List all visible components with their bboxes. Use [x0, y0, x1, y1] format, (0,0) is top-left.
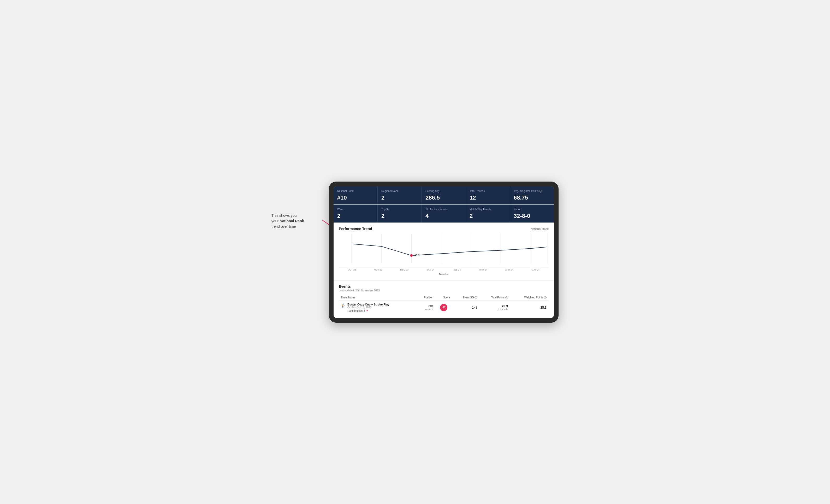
- x-label-mar24: MAR 24: [470, 268, 497, 271]
- tablet-frame: National Rank #10 Regional Rank 2 Scorin…: [329, 181, 558, 323]
- x-label-feb24: FEB 24: [444, 268, 470, 271]
- stat-total-rounds: Total Rounds 12: [466, 186, 510, 204]
- perf-axis-label: National Rank: [531, 227, 549, 230]
- chart-svg: #10: [339, 233, 549, 267]
- stat-national-rank: National Rank #10: [333, 186, 377, 204]
- event-position-cell: 6th out of 7: [416, 301, 435, 314]
- events-last-updated: Last updated: 24th November 2023: [339, 289, 549, 292]
- stat-stroke-play-events: Stroke Play Events 4: [422, 204, 466, 223]
- x-axis-title: Months: [339, 272, 549, 278]
- col-event-sg: Event SG i: [452, 295, 479, 301]
- avg-weighted-info-icon[interactable]: i: [539, 190, 542, 193]
- svg-point-10: [410, 254, 413, 257]
- table-row: 🏌 Buster Cozy Cup – Stroke Play Oct 9 – …: [339, 301, 549, 314]
- chart-x-labels: OCT 23 NOV 23 DEC 23 JAN 24 FEB 24 MAR 2…: [339, 267, 549, 272]
- stat-match-play-events: Match Play Events 2: [466, 204, 510, 223]
- stat-regional-rank: Regional Rank 2: [378, 186, 421, 204]
- event-weighted-points-cell: 28.3: [510, 301, 549, 314]
- events-title: Events: [339, 284, 549, 289]
- page-wrapper: This shows you your National Rank trend …: [272, 181, 558, 323]
- x-label-nov23: NOV 23: [365, 268, 391, 271]
- event-score-badge: -22: [440, 304, 447, 311]
- event-score-cell: -22: [435, 301, 452, 314]
- performance-trend-section: Performance Trend National Rank: [333, 223, 554, 280]
- stat-wins: Wins 2: [333, 204, 377, 223]
- svg-text:#10: #10: [414, 254, 419, 257]
- stat-top3s: Top 3s 2: [378, 204, 421, 223]
- rank-impact-arrow-icon: ▼: [366, 309, 368, 312]
- x-label-dec23: DEC 23: [391, 268, 418, 271]
- event-total-points-cell: 28.3 3 Rounds: [479, 301, 510, 314]
- event-name-cell: 🏌 Buster Cozy Cup – Stroke Play Oct 9 – …: [339, 301, 416, 314]
- stat-scoring-avg: Scoring Avg. 286.5: [422, 186, 466, 204]
- total-rounds: 3 Rounds: [481, 308, 508, 311]
- event-type-icon: 🏌: [341, 303, 345, 308]
- col-score: Score: [435, 295, 452, 301]
- perf-header: Performance Trend National Rank: [339, 227, 549, 231]
- rank-impact: Rank Impact: 3 ▼: [347, 309, 389, 312]
- event-position-sub: out of 7: [418, 308, 433, 311]
- x-label-apr24: APR 24: [496, 268, 522, 271]
- col-weighted-points: Weighted Points i: [510, 295, 549, 301]
- stat-avg-weighted-points: Avg. Weighted Points i 68.75: [510, 186, 554, 204]
- col-position: Position: [416, 295, 435, 301]
- event-sg-info-icon[interactable]: i: [475, 296, 477, 299]
- x-label-may24: MAY 24: [522, 268, 549, 271]
- tablet-screen: National Rank #10 Regional Rank 2 Scorin…: [333, 186, 554, 318]
- col-event-name: Event Name: [339, 295, 416, 301]
- perf-title: Performance Trend: [339, 227, 372, 231]
- annotation-text: This shows you your National Rank trend …: [272, 213, 324, 229]
- events-table-header: Event Name Position Score Event SG i Tot…: [339, 295, 549, 301]
- event-position: 6th: [418, 304, 433, 308]
- weighted-points-info-icon[interactable]: i: [544, 296, 547, 299]
- event-sg-value: 0.45: [454, 306, 477, 309]
- chart-area: #10: [339, 233, 549, 267]
- col-total-points: Total Points i: [479, 295, 510, 301]
- stat-record: Record 32-8-0: [510, 204, 554, 223]
- events-table: Event Name Position Score Event SG i Tot…: [339, 295, 549, 314]
- weighted-points-value: 28.3: [512, 306, 547, 309]
- events-section: Events Last updated: 24th November 2023 …: [333, 280, 554, 318]
- event-date: Oct 9 – Oct 10, 2023: [347, 306, 389, 309]
- event-name: Buster Cozy Cup – Stroke Play: [347, 303, 389, 306]
- x-label-oct23: OCT 23: [339, 268, 365, 271]
- stats-row-1: National Rank #10 Regional Rank 2 Scorin…: [333, 186, 554, 204]
- total-points-value: 28.3: [481, 304, 508, 308]
- x-label-jan24: JAN 24: [418, 268, 444, 271]
- event-sg-cell: 0.45: [452, 301, 479, 314]
- stats-row-2: Wins 2 Top 3s 2 Stroke Play Events 4 Mat…: [333, 204, 554, 223]
- total-points-info-icon[interactable]: i: [505, 296, 508, 299]
